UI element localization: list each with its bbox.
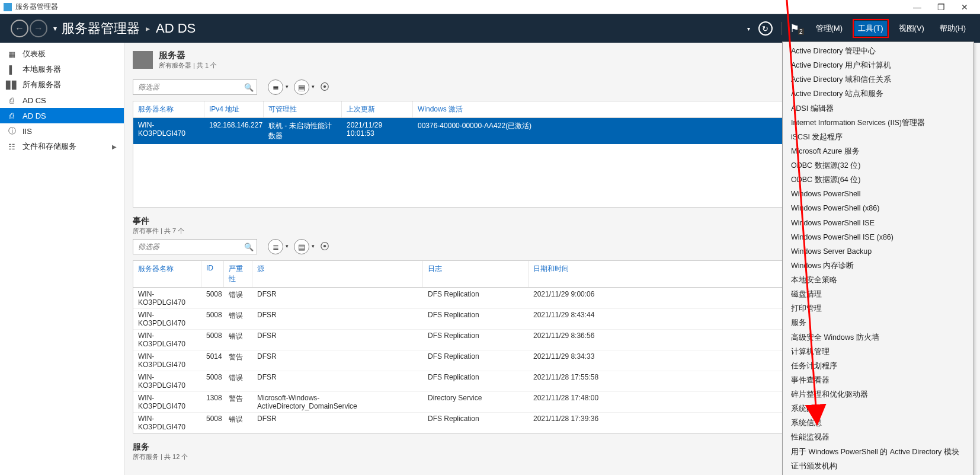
nav-back-button[interactable]: ←: [11, 20, 28, 37]
events-expand-icon[interactable]: ⦿: [320, 241, 328, 252]
nav-forward-button[interactable]: →: [30, 20, 47, 37]
divider: [781, 22, 782, 35]
search-icon[interactable]: 🔍: [241, 83, 257, 92]
tools-menu-item[interactable]: 碎片整理和优化驱动器: [783, 387, 973, 401]
col-ev-sev[interactable]: 严重性: [224, 261, 252, 287]
search-icon[interactable]: 🔍: [241, 243, 257, 251]
cell-ev-server: WIN-KO3PDLGI470: [133, 288, 201, 308]
sidebar-item-AD CS[interactable]: ⎙ AD CS: [0, 93, 124, 108]
maximize-button[interactable]: ❐: [929, 2, 953, 12]
servers-title: 服务器: [159, 50, 217, 61]
cell-ev-id: 5008: [201, 330, 224, 350]
col-ipv4[interactable]: IPv4 地址: [204, 101, 264, 117]
tools-menu-item[interactable]: 计算机管理: [783, 345, 973, 359]
app-icon: [4, 3, 12, 11]
tools-menu-item[interactable]: iSCSI 发起程序: [783, 130, 973, 144]
cell-ev-sev: 错误: [224, 288, 252, 308]
cell-ev-id: 5014: [201, 350, 224, 371]
tools-menu-item[interactable]: 性能监视器: [783, 430, 973, 444]
cell-ev-sev: 错误: [224, 309, 252, 329]
menu-help[interactable]: 帮助(H): [936, 21, 969, 36]
cell-ev-server: WIN-KO3PDLGI470: [133, 330, 201, 350]
servers-save-query-button[interactable]: ▤▾: [294, 79, 309, 95]
sidebar-item-label: 所有服务器: [23, 79, 61, 90]
cell-ev-sev: 错误: [224, 413, 252, 433]
tools-menu-item[interactable]: 事件查看器: [783, 373, 973, 387]
sidebar-item-本地服务器[interactable]: ▌ 本地服务器: [0, 62, 124, 77]
servers-subtitle: 所有服务器 | 共 1 个: [159, 61, 217, 70]
sidebar-item-AD DS[interactable]: ⎙ AD DS: [0, 108, 124, 123]
header-dropdown-icon[interactable]: ▾: [747, 25, 750, 32]
col-last-update[interactable]: 上次更新: [342, 101, 413, 117]
tools-menu-item[interactable]: 服务: [783, 315, 973, 330]
tools-menu-item[interactable]: Windows PowerShell: [783, 187, 973, 201]
tools-menu-item[interactable]: 打印管理: [783, 301, 973, 315]
sidebar-item-IIS[interactable]: ⓘ IIS: [0, 123, 124, 139]
tools-menu-item[interactable]: Windows 内存诊断: [783, 259, 973, 273]
tools-menu-item[interactable]: Active Directory 用户和计算机: [783, 58, 973, 72]
sidebar-item-所有服务器[interactable]: ▊▊ 所有服务器: [0, 77, 124, 93]
col-manageability[interactable]: 可管理性: [264, 101, 342, 117]
sidebar-item-label: 文件和存储服务: [23, 141, 76, 152]
tools-menu-item[interactable]: 高级安全 Windows 防火墙: [783, 330, 973, 345]
sidebar-item-仪表板[interactable]: ▦ 仪表板: [0, 46, 124, 62]
tools-menu-item[interactable]: 本地安全策略: [783, 273, 973, 287]
flag-count: 2: [798, 28, 804, 35]
close-button[interactable]: ✕: [953, 2, 976, 12]
servers-filter-input[interactable]: [133, 83, 241, 91]
notifications-flag[interactable]: ⚑ 2: [790, 22, 804, 35]
nav-dropdown-icon[interactable]: ▾: [53, 24, 57, 33]
cell-ev-log: DFS Replication: [423, 330, 529, 350]
tools-menu-item[interactable]: 任务计划程序: [783, 359, 973, 373]
col-server-name[interactable]: 服务器名称: [133, 101, 204, 117]
cell-updated: 2021/11/29 10:01:53: [342, 118, 413, 144]
tools-menu-item[interactable]: Windows PowerShell ISE: [783, 216, 973, 230]
minimize-button[interactable]: —: [905, 2, 929, 12]
tools-menu-item[interactable]: Windows PowerShell ISE (x86): [783, 230, 973, 244]
tools-menu-item[interactable]: Windows Server Backup: [783, 244, 973, 259]
tools-menu-item[interactable]: 用于 Windows PowerShell 的 Active Directory…: [783, 445, 973, 459]
sidebar-icon: ⎙: [7, 111, 17, 120]
tools-menu-item[interactable]: Microsoft Azure 服务: [783, 144, 973, 158]
tools-menu-item[interactable]: Active Directory 域和信任关系: [783, 72, 973, 87]
servers-view-options-button[interactable]: ≣▾: [268, 79, 283, 95]
tools-menu-item[interactable]: 证书颁发机构: [783, 459, 973, 473]
cell-ev-sev: 错误: [224, 330, 252, 350]
col-ev-src[interactable]: 源: [252, 261, 423, 287]
refresh-icon[interactable]: ↻: [758, 21, 773, 36]
servers-filter-box[interactable]: 🔍: [133, 79, 257, 95]
tools-menu-item[interactable]: ADSI 编辑器: [783, 101, 973, 116]
cell-ev-src: DFSR: [252, 371, 423, 391]
cell-ev-sev: 警告: [224, 392, 252, 412]
tools-menu-item[interactable]: 系统配置: [783, 401, 973, 416]
servers-expand-icon[interactable]: ⦿: [320, 82, 328, 93]
col-ev-log[interactable]: 日志: [423, 261, 529, 287]
col-ev-id[interactable]: ID: [201, 261, 224, 287]
sidebar: ▦ 仪表板▌ 本地服务器▊▊ 所有服务器⎙ AD CS⎙ AD DSⓘ IIS☷…: [0, 43, 124, 475]
menu-view[interactable]: 视图(V): [895, 21, 928, 36]
cell-ev-server: WIN-KO3PDLGI470: [133, 371, 201, 391]
tools-menu-item[interactable]: 系统信息: [783, 416, 973, 430]
tools-menu-item[interactable]: 磁盘清理: [783, 287, 973, 301]
events-view-options-button[interactable]: ≣▾: [268, 239, 283, 254]
menu-tools[interactable]: 工具(T): [854, 21, 887, 36]
sidebar-item-文件和存储服务[interactable]: ☷ 文件和存储服务▶: [0, 139, 124, 154]
events-filter-input[interactable]: [133, 243, 241, 251]
events-save-query-button[interactable]: ▤▾: [294, 239, 309, 254]
tools-menu-item[interactable]: Active Directory 站点和服务: [783, 87, 973, 101]
cell-ev-src: Microsoft-Windows-ActiveDirectory_Domain…: [252, 392, 423, 412]
tools-menu-item[interactable]: Active Directory 管理中心: [783, 44, 973, 58]
menu-manage[interactable]: 管理(M): [812, 21, 847, 36]
tools-menu-item[interactable]: ODBC 数据源(32 位): [783, 158, 973, 173]
tools-menu-item[interactable]: ODBC 数据源(64 位): [783, 173, 973, 187]
col-ev-server[interactable]: 服务器名称: [133, 261, 201, 287]
tools-menu-item[interactable]: Internet Information Services (IIS)管理器: [783, 116, 973, 130]
events-filter-box[interactable]: 🔍: [133, 239, 257, 254]
sidebar-item-label: AD CS: [23, 96, 46, 105]
breadcrumb-sep-icon: ▸: [146, 24, 150, 33]
cell-ev-log: DFS Replication: [423, 371, 529, 391]
tools-menu-item[interactable]: Windows PowerShell (x86): [783, 201, 973, 215]
breadcrumb-root[interactable]: 服务器管理器: [62, 20, 140, 37]
sidebar-icon: ▌: [7, 65, 17, 74]
cell-server-name: WIN-KO3PDLGI470: [133, 118, 204, 144]
